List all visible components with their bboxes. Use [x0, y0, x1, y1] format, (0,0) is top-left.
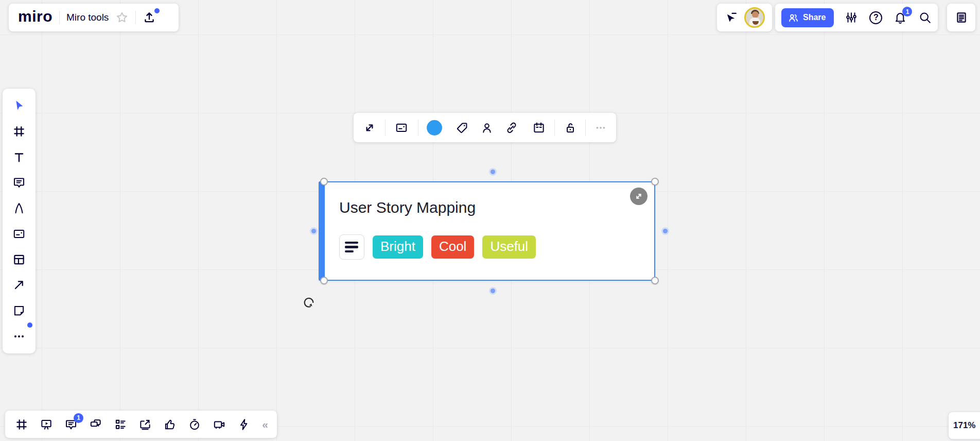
- resize-button[interactable]: [355, 113, 385, 142]
- connector-dot-left[interactable]: [311, 229, 316, 233]
- share-button[interactable]: Share: [781, 8, 834, 27]
- reactions-button[interactable]: [163, 418, 177, 431]
- comments-panel-button[interactable]: 1: [64, 418, 78, 431]
- favorite-star-icon[interactable]: [115, 11, 129, 24]
- zoom-level[interactable]: 171%: [949, 412, 980, 439]
- share-label: Share: [803, 13, 826, 22]
- resize-handle-ne[interactable]: [651, 178, 659, 185]
- comments-badge: 1: [74, 413, 83, 423]
- collapse-toolbar-button[interactable]: «: [262, 418, 267, 431]
- avatar[interactable]: [744, 7, 765, 28]
- table-tool[interactable]: [9, 249, 29, 270]
- card-style-button[interactable]: [386, 113, 418, 142]
- pen-tool[interactable]: [9, 198, 29, 218]
- card-tool[interactable]: [9, 224, 29, 244]
- sticky-note-tool[interactable]: [9, 300, 29, 321]
- board-title[interactable]: Miro tools: [66, 12, 109, 23]
- card-tag[interactable]: Useful: [482, 235, 536, 259]
- more-tools-update-dot: [27, 323, 32, 328]
- cards-panel-button[interactable]: [114, 418, 127, 431]
- settings-sliders-icon[interactable]: [845, 11, 858, 24]
- facilitation-toolbar: 1: [5, 411, 277, 438]
- context-toolbar: [354, 113, 616, 142]
- quick-actions-button[interactable]: [237, 418, 251, 431]
- assignee-button[interactable]: [475, 113, 499, 142]
- export-update-dot: [154, 8, 160, 13]
- share-screen-button[interactable]: [138, 418, 152, 431]
- card-expand-button[interactable]: [630, 188, 647, 205]
- card-tag[interactable]: Cool: [431, 235, 474, 259]
- board-header: miro Miro tools: [9, 4, 179, 31]
- notifications-bell-icon[interactable]: 1: [894, 11, 907, 24]
- present-button[interactable]: [40, 418, 53, 431]
- frames-panel-button[interactable]: [15, 418, 28, 431]
- connector-dot-bottom[interactable]: [491, 289, 495, 293]
- more-options-button[interactable]: [586, 113, 615, 142]
- comment-tool[interactable]: [9, 172, 29, 193]
- board-notes-panel-button[interactable]: [947, 4, 975, 31]
- rotate-handle[interactable]: [302, 296, 316, 309]
- due-date-button[interactable]: [523, 113, 554, 142]
- arrow-tool[interactable]: [9, 275, 29, 295]
- help-icon[interactable]: ?: [869, 11, 882, 24]
- shape-color-swatch: [427, 120, 442, 135]
- link-button[interactable]: [499, 113, 524, 142]
- chat-button[interactable]: [89, 418, 102, 431]
- resize-handle-sw[interactable]: [320, 277, 328, 284]
- collaborators-bar: [717, 4, 772, 31]
- header-actions: Share ? 1: [775, 4, 938, 31]
- tag-button[interactable]: [450, 113, 475, 142]
- card-tag-row: Bright Cool Useful: [339, 234, 536, 260]
- people-icon: [788, 12, 799, 23]
- creation-toolbar: [3, 89, 36, 353]
- resize-handle-nw[interactable]: [320, 178, 328, 185]
- board-notes-icon: [955, 11, 968, 24]
- card-tag[interactable]: Bright: [373, 235, 423, 259]
- card-description-button[interactable]: [339, 234, 364, 260]
- lock-button[interactable]: [555, 113, 586, 142]
- video-chat-button[interactable]: [213, 418, 226, 431]
- shape-color-button[interactable]: [418, 113, 450, 142]
- search-icon[interactable]: [918, 11, 932, 24]
- more-tools[interactable]: [9, 326, 29, 347]
- connector-dot-top[interactable]: [491, 169, 495, 174]
- divider: [135, 11, 136, 24]
- connector-dot-right[interactable]: [663, 229, 668, 233]
- selected-card[interactable]: User Story Mapping Bright Cool Useful: [319, 181, 655, 281]
- timer-button[interactable]: [188, 418, 201, 431]
- resize-handle-se[interactable]: [651, 277, 659, 284]
- divider: [59, 11, 60, 24]
- help-glyph: ?: [873, 13, 879, 22]
- select-tool[interactable]: [9, 95, 29, 116]
- text-tool[interactable]: [9, 147, 29, 167]
- card-title[interactable]: User Story Mapping: [339, 199, 476, 216]
- hide-cursors-icon[interactable]: [725, 11, 738, 24]
- frame-tool[interactable]: [9, 121, 29, 142]
- export-button[interactable]: [143, 11, 156, 24]
- miro-logo[interactable]: miro: [18, 9, 52, 26]
- notifications-badge: 1: [902, 7, 912, 16]
